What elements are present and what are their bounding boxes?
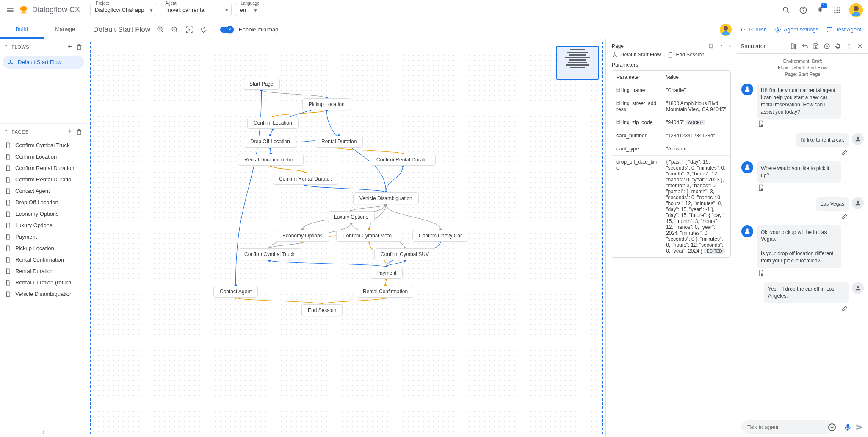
flow-node[interactable]: Rental Confirmation bbox=[357, 286, 414, 298]
zoom-in-icon[interactable] bbox=[156, 25, 165, 34]
tab-build[interactable]: Build bbox=[0, 20, 44, 39]
page-icon bbox=[5, 291, 11, 297]
add-content-icon[interactable]: + bbox=[828, 423, 836, 431]
page-item[interactable]: Vehicle Disambiguation bbox=[0, 288, 87, 300]
user-avatar[interactable] bbox=[849, 3, 863, 17]
notifications-icon[interactable]: 1 bbox=[815, 6, 825, 15]
chat-meta: Environment: Draft Flow: Default Start F… bbox=[737, 54, 868, 80]
chat-input[interactable] bbox=[741, 420, 835, 434]
search-icon[interactable] bbox=[782, 6, 791, 15]
page-item[interactable]: Confirm Cymbal Truck bbox=[0, 139, 87, 151]
flow-node[interactable]: Confirm Cymbal Moto... bbox=[336, 230, 402, 242]
add-flow-icon[interactable]: + bbox=[68, 42, 72, 51]
test-agent-button[interactable]: Test Agent bbox=[826, 26, 861, 33]
page-item[interactable]: Luxury Options bbox=[0, 220, 87, 231]
mini-avatar[interactable] bbox=[720, 24, 732, 36]
help-icon[interactable]: ? bbox=[799, 6, 808, 15]
flow-node[interactable]: Rental Duration (retur... bbox=[238, 154, 304, 166]
rotate-icon[interactable] bbox=[199, 25, 208, 34]
page-item[interactable]: Confirm Rental Duratio... bbox=[0, 174, 87, 185]
flow-node[interactable]: Drop Off Location bbox=[244, 136, 296, 148]
collapse-icon[interactable]: ⌃ bbox=[4, 44, 8, 50]
page-icon bbox=[5, 177, 11, 183]
edit-message-icon[interactable] bbox=[741, 213, 849, 220]
more-icon[interactable] bbox=[844, 42, 854, 51]
flow-node[interactable]: Confirm Rental Durati... bbox=[370, 154, 436, 166]
flow-node[interactable]: Rental Duration bbox=[315, 136, 363, 148]
fit-icon[interactable] bbox=[185, 25, 194, 34]
flow-node[interactable]: Confirm Cymbal SUV bbox=[374, 248, 435, 260]
page-item[interactable]: Economy Options bbox=[0, 208, 87, 220]
svg-point-23 bbox=[777, 29, 779, 31]
mic-icon[interactable] bbox=[843, 423, 852, 431]
flow-item[interactable]: Default Start Flow bbox=[3, 56, 84, 69]
agent-message: Ok, your pickup will be in Las Vegas.Is … bbox=[741, 225, 864, 268]
prev-icon[interactable]: ‹ bbox=[721, 43, 722, 49]
flow-node[interactable]: Confirm Chevy Car bbox=[412, 230, 468, 242]
svg-rect-98 bbox=[847, 424, 849, 428]
play-icon[interactable] bbox=[822, 42, 832, 51]
copy-icon[interactable] bbox=[708, 43, 714, 49]
chevron-down-icon: ▼ bbox=[225, 8, 229, 12]
svg-point-7 bbox=[839, 9, 840, 11]
page-item[interactable]: Confirm Rental Duration bbox=[0, 162, 87, 174]
agent-dropdown[interactable]: Agent Travel: car rental ▼ bbox=[160, 4, 232, 16]
publish-button[interactable]: Publish bbox=[739, 26, 767, 33]
simulator-panel: Page ‹ › Default Start Flow - End Sessio… bbox=[605, 39, 737, 437]
minimap[interactable] bbox=[556, 46, 599, 80]
flow-node[interactable]: Start Page bbox=[243, 78, 280, 90]
close-icon[interactable] bbox=[855, 42, 865, 51]
flow-node[interactable]: Contact Agent bbox=[213, 286, 258, 298]
send-icon[interactable] bbox=[855, 423, 864, 431]
svg-point-4 bbox=[839, 7, 840, 8]
zoom-out-icon[interactable] bbox=[171, 25, 179, 34]
collapse-sidebar-button[interactable]: ‹ bbox=[0, 427, 87, 437]
page-icon bbox=[5, 200, 11, 206]
agent-avatar bbox=[741, 84, 753, 95]
add-page-icon[interactable]: + bbox=[68, 127, 72, 136]
save-icon[interactable] bbox=[811, 42, 821, 51]
edit-message-icon[interactable] bbox=[741, 149, 849, 156]
response-meta-icon[interactable] bbox=[757, 120, 765, 127]
page-icon bbox=[5, 257, 11, 263]
edit-message-icon[interactable] bbox=[741, 305, 849, 312]
project-dropdown[interactable]: Project Dialogflow Chat app ▼ bbox=[90, 4, 156, 16]
parameter-row: card_number"1234123412341234" bbox=[612, 129, 730, 142]
reset-icon[interactable] bbox=[833, 42, 843, 51]
menu-icon[interactable] bbox=[5, 5, 15, 15]
minimap-toggle[interactable]: ✓ bbox=[220, 27, 233, 33]
response-meta-icon[interactable] bbox=[757, 184, 765, 191]
page-item[interactable]: Rental Duration bbox=[0, 265, 87, 277]
tab-manage[interactable]: Manage bbox=[44, 20, 87, 39]
language-dropdown[interactable]: Language en ▼ bbox=[235, 4, 260, 16]
flow-node[interactable]: Confirm Location bbox=[247, 117, 299, 129]
response-meta-icon[interactable] bbox=[757, 270, 765, 276]
page-item[interactable]: Drop Off Location bbox=[0, 197, 87, 208]
flow-node[interactable]: Vehicle Disambiguation bbox=[353, 192, 419, 204]
page-icon bbox=[5, 234, 11, 240]
page-item[interactable]: Payment bbox=[0, 231, 87, 242]
next-icon[interactable]: › bbox=[729, 43, 731, 49]
undo-icon[interactable] bbox=[800, 42, 810, 51]
page-item[interactable]: Contact Agent bbox=[0, 185, 87, 197]
flow-node[interactable]: Confirm Rental Durati... bbox=[273, 173, 338, 185]
delete-page-icon[interactable] bbox=[76, 128, 83, 135]
page-item[interactable]: Pickup Location bbox=[0, 242, 87, 254]
delete-flow-icon[interactable] bbox=[76, 44, 83, 50]
flow-node[interactable]: Luxury Options bbox=[328, 211, 375, 223]
layout-icon[interactable] bbox=[789, 42, 799, 51]
pages-heading: PAGES bbox=[12, 129, 29, 134]
page-item[interactable]: Rental Duration (return ... bbox=[0, 277, 87, 288]
page-item[interactable]: Confirm Location bbox=[0, 151, 87, 162]
page-item[interactable]: Rental Confirmation bbox=[0, 254, 87, 265]
flow-node[interactable]: Economy Options bbox=[276, 230, 329, 242]
flow-node[interactable]: Pickup Location bbox=[302, 98, 351, 110]
apps-icon[interactable] bbox=[832, 6, 842, 15]
flow-node[interactable]: Confirm Cymbal Truck bbox=[238, 248, 301, 260]
collapse-icon[interactable]: ⌃ bbox=[4, 129, 8, 134]
chevron-down-icon: ▼ bbox=[254, 8, 258, 12]
agent-settings-button[interactable]: Agent settings bbox=[774, 26, 818, 33]
flow-node[interactable]: Payment bbox=[370, 267, 403, 279]
flow-node[interactable]: End Session bbox=[301, 304, 343, 316]
flow-canvas[interactable]: Start PagePickup LocationConfirm Locatio… bbox=[87, 39, 605, 437]
